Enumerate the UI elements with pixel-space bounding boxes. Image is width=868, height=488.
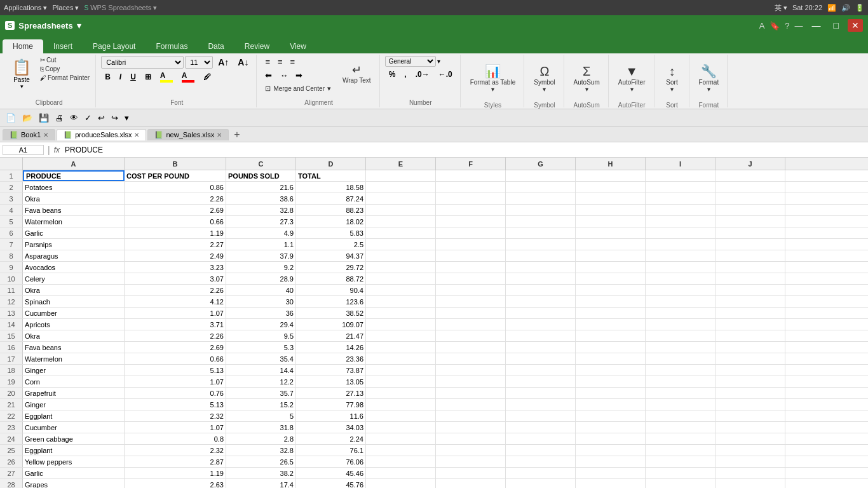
cell-h1[interactable] [576,170,646,181]
cell-c20[interactable]: 35.7 [226,388,296,398]
close-button[interactable]: ✕ [848,19,863,32]
tab-produce-close[interactable]: ✕ [134,132,139,139]
cell-h2[interactable] [576,182,646,193]
cell-c6[interactable]: 4.9 [226,227,296,238]
cell-b24[interactable]: 0.8 [125,433,226,444]
cell-d10[interactable]: 88.72 [296,273,366,284]
cell-j15[interactable] [715,330,785,341]
cell-d14[interactable]: 109.07 [296,319,366,330]
cell-a6[interactable]: Garlic [23,227,125,238]
cell-e27[interactable] [366,468,436,478]
cell-g5[interactable] [506,216,576,227]
cell-d2[interactable]: 18.58 [296,182,366,193]
cell-a3[interactable]: Okra [23,193,125,204]
cell-e1[interactable] [366,170,436,181]
open-button[interactable]: 📂 [20,112,34,123]
cell-g4[interactable] [506,205,576,215]
cell-g2[interactable] [506,182,576,193]
cell-f13[interactable] [436,308,506,318]
cell-b6[interactable]: 1.19 [125,227,226,238]
cell-b15[interactable]: 2.26 [125,330,226,341]
cell-c18[interactable]: 14.4 [226,365,296,376]
cell-d4[interactable]: 88.23 [296,205,366,215]
cell-j3[interactable] [715,193,785,204]
cell-f16[interactable] [436,342,506,353]
cell-i11[interactable] [646,285,715,295]
cell-h13[interactable] [576,308,646,318]
font-size-decrease[interactable]: A↓ [234,56,252,69]
cell-b3[interactable]: 2.26 [125,193,226,204]
cell-h27[interactable] [576,468,646,478]
cell-i13[interactable] [646,308,715,318]
cell-g3[interactable] [506,193,576,204]
places-menu[interactable]: Places ▾ [52,4,79,12]
col-header-a[interactable]: A [23,158,125,170]
cell-g18[interactable] [506,365,576,376]
cell-j13[interactable] [715,308,785,318]
italic-button[interactable]: I [116,71,125,83]
cell-h24[interactable] [576,433,646,444]
cell-j26[interactable] [715,456,785,467]
cell-e13[interactable] [366,308,436,318]
cell-i7[interactable] [646,239,715,250]
cell-e14[interactable] [366,319,436,330]
cell-f20[interactable] [436,388,506,398]
cell-a9[interactable]: Avocados [23,262,125,273]
merge-center-dropdown[interactable]: ▾ [327,85,331,93]
minimize-button[interactable]: — [808,19,825,32]
cell-c7[interactable]: 1.1 [226,239,296,250]
cell-d17[interactable]: 23.36 [296,353,366,364]
spell-check-button[interactable]: ✓ [83,112,93,123]
cell-e25[interactable] [366,445,436,456]
cell-g26[interactable] [506,456,576,467]
cell-e22[interactable] [366,410,436,421]
cell-a25[interactable]: Eggplant [23,445,125,456]
symbol-button[interactable]: Ω Symbol ▾ [529,56,559,100]
cell-i2[interactable] [646,182,715,193]
cell-a18[interactable]: Ginger [23,365,125,376]
cell-i14[interactable] [646,319,715,330]
cell-c15[interactable]: 9.5 [226,330,296,341]
cell-a16[interactable]: Fava beans [23,342,125,353]
cell-b1[interactable]: COST PER POUND [125,170,226,181]
cell-h3[interactable] [576,193,646,204]
format-painter-button[interactable]: 🖌 Format Painter [38,74,92,82]
cell-h16[interactable] [576,342,646,353]
cell-c19[interactable]: 12.2 [226,376,296,387]
tab-data[interactable]: Data [198,39,234,53]
cell-e26[interactable] [366,456,436,467]
tab-book1[interactable]: 📗 Book1 ✕ [3,129,55,140]
cell-d22[interactable]: 11.6 [296,410,366,421]
cell-g25[interactable] [506,445,576,456]
cell-i24[interactable] [646,433,715,444]
cell-f25[interactable] [436,445,506,456]
cell-f24[interactable] [436,433,506,444]
sort-button[interactable]: ↕ Sort ▾ [660,56,685,100]
cell-a22[interactable]: Eggplant [23,410,125,421]
cell-j28[interactable] [715,479,785,488]
cell-i12[interactable] [646,296,715,307]
cell-c14[interactable]: 29.4 [226,319,296,330]
cell-e7[interactable] [366,239,436,250]
cell-i9[interactable] [646,262,715,273]
cut-button[interactable]: ✂ Cut [38,56,92,64]
cell-a26[interactable]: Yellow peppers [23,456,125,467]
cell-g23[interactable] [506,422,576,433]
tab-new-sales[interactable]: 📗 new_Sales.xlsx ✕ [147,129,229,140]
col-header-b[interactable]: B [125,158,226,170]
cell-d9[interactable]: 29.72 [296,262,366,273]
cell-c11[interactable]: 40 [226,285,296,295]
autofilter-button[interactable]: ▼ AutoFilter ▾ [614,56,650,100]
cell-f9[interactable] [436,262,506,273]
applications-menu[interactable]: Applications ▾ [4,4,47,12]
cell-e28[interactable] [366,479,436,488]
autosum-button[interactable]: Σ AutoSum ▾ [569,56,604,100]
number-format-select[interactable]: General [385,56,436,67]
cell-j8[interactable] [715,250,785,261]
cell-b21[interactable]: 5.13 [125,399,226,410]
cell-a8[interactable]: Asparagus [23,250,125,261]
cell-b25[interactable]: 2.32 [125,445,226,456]
cell-j4[interactable] [715,205,785,215]
tab-formulas[interactable]: Formulas [146,39,198,53]
cell-h9[interactable] [576,262,646,273]
